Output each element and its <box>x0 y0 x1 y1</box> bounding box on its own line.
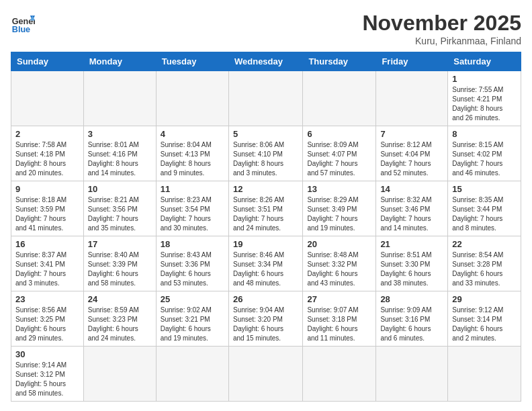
day-info: Sunrise: 8:32 AM Sunset: 3:46 PM Dayligh… <box>380 195 443 233</box>
day-of-week-header: Monday <box>83 52 156 71</box>
day-number: 16 <box>15 239 79 249</box>
day-number: 2 <box>15 129 79 139</box>
day-number: 24 <box>88 294 152 304</box>
calendar-day-cell <box>83 347 156 402</box>
calendar-day-cell: 9Sunrise: 8:18 AM Sunset: 3:59 PM Daylig… <box>11 181 84 236</box>
day-number: 12 <box>233 184 298 194</box>
calendar-day-cell <box>448 347 521 402</box>
calendar-day-cell: 4Sunrise: 8:04 AM Sunset: 4:13 PM Daylig… <box>156 126 228 181</box>
calendar-day-cell: 5Sunrise: 8:06 AM Sunset: 4:10 PM Daylig… <box>228 126 302 181</box>
day-number: 28 <box>380 294 443 304</box>
day-info: Sunrise: 9:07 AM Sunset: 3:18 PM Dayligh… <box>307 306 371 343</box>
day-info: Sunrise: 9:14 AM Sunset: 3:12 PM Dayligh… <box>15 361 79 398</box>
day-number: 4 <box>161 129 224 139</box>
calendar-day-cell <box>11 71 84 126</box>
calendar-day-cell: 10Sunrise: 8:21 AM Sunset: 3:56 PM Dayli… <box>83 181 156 236</box>
day-of-week-header: Thursday <box>303 52 376 71</box>
day-info: Sunrise: 8:29 AM Sunset: 3:49 PM Dayligh… <box>307 195 371 233</box>
day-number: 1 <box>452 74 517 84</box>
day-of-week-header: Wednesday <box>228 52 302 71</box>
calendar-day-cell <box>376 347 448 402</box>
calendar-day-cell <box>228 347 302 402</box>
calendar-day-cell: 29Sunrise: 9:12 AM Sunset: 3:14 PM Dayli… <box>448 291 521 347</box>
calendar-day-cell <box>303 71 376 126</box>
calendar-week-row: 16Sunrise: 8:37 AM Sunset: 3:41 PM Dayli… <box>11 236 521 291</box>
day-info: Sunrise: 8:06 AM Sunset: 4:10 PM Dayligh… <box>233 140 298 178</box>
calendar-day-cell <box>156 71 228 126</box>
calendar-day-cell: 21Sunrise: 8:51 AM Sunset: 3:30 PM Dayli… <box>376 236 448 291</box>
day-info: Sunrise: 7:55 AM Sunset: 4:21 PM Dayligh… <box>452 85 517 123</box>
day-info: Sunrise: 8:51 AM Sunset: 3:30 PM Dayligh… <box>380 250 443 288</box>
calendar-week-row: 9Sunrise: 8:18 AM Sunset: 3:59 PM Daylig… <box>11 181 521 236</box>
day-info: Sunrise: 8:09 AM Sunset: 4:07 PM Dayligh… <box>307 140 371 178</box>
day-info: Sunrise: 8:21 AM Sunset: 3:56 PM Dayligh… <box>88 195 152 233</box>
calendar-week-row: 1Sunrise: 7:55 AM Sunset: 4:21 PM Daylig… <box>11 71 521 126</box>
day-info: Sunrise: 9:02 AM Sunset: 3:21 PM Dayligh… <box>161 306 224 343</box>
day-number: 29 <box>452 294 517 304</box>
day-info: Sunrise: 8:15 AM Sunset: 4:02 PM Dayligh… <box>452 140 517 178</box>
day-of-week-header: Sunday <box>11 52 84 71</box>
day-number: 10 <box>88 184 152 194</box>
calendar-day-cell: 17Sunrise: 8:40 AM Sunset: 3:39 PM Dayli… <box>83 236 156 291</box>
logo-icon: General Blue <box>11 11 35 35</box>
calendar-day-cell: 13Sunrise: 8:29 AM Sunset: 3:49 PM Dayli… <box>303 181 376 236</box>
day-number: 25 <box>161 294 224 304</box>
day-number: 7 <box>380 129 443 139</box>
day-number: 3 <box>88 129 152 139</box>
day-info: Sunrise: 7:58 AM Sunset: 4:18 PM Dayligh… <box>15 140 79 178</box>
day-info: Sunrise: 9:04 AM Sunset: 3:20 PM Dayligh… <box>233 306 298 343</box>
calendar-week-row: 30Sunrise: 9:14 AM Sunset: 3:12 PM Dayli… <box>11 347 521 402</box>
day-number: 26 <box>233 294 298 304</box>
title-block: November 2025 Kuru, Pirkanmaa, Finland <box>362 11 521 46</box>
day-info: Sunrise: 9:12 AM Sunset: 3:14 PM Dayligh… <box>452 306 517 343</box>
day-number: 8 <box>452 129 517 139</box>
day-number: 11 <box>161 184 224 194</box>
calendar-day-cell: 25Sunrise: 9:02 AM Sunset: 3:21 PM Dayli… <box>156 291 228 347</box>
day-info: Sunrise: 8:40 AM Sunset: 3:39 PM Dayligh… <box>88 250 152 288</box>
day-info: Sunrise: 8:35 AM Sunset: 3:44 PM Dayligh… <box>452 195 517 233</box>
day-info: Sunrise: 8:56 AM Sunset: 3:25 PM Dayligh… <box>15 306 79 343</box>
day-number: 18 <box>161 239 224 249</box>
day-number: 13 <box>307 184 371 194</box>
calendar-day-cell: 7Sunrise: 8:12 AM Sunset: 4:04 PM Daylig… <box>376 126 448 181</box>
calendar-day-cell: 23Sunrise: 8:56 AM Sunset: 3:25 PM Dayli… <box>11 291 84 347</box>
calendar-day-cell <box>303 347 376 402</box>
day-info: Sunrise: 8:23 AM Sunset: 3:54 PM Dayligh… <box>161 195 224 233</box>
day-number: 27 <box>307 294 371 304</box>
day-number: 9 <box>15 184 79 194</box>
day-of-week-header: Friday <box>376 52 448 71</box>
day-of-week-header: Saturday <box>448 52 521 71</box>
day-info: Sunrise: 9:09 AM Sunset: 3:16 PM Dayligh… <box>380 306 443 343</box>
calendar-day-cell: 19Sunrise: 8:46 AM Sunset: 3:34 PM Dayli… <box>228 236 302 291</box>
page-header: General Blue November 2025 Kuru, Pirkanm… <box>11 11 521 46</box>
calendar-header-row: SundayMondayTuesdayWednesdayThursdayFrid… <box>11 52 521 71</box>
day-number: 19 <box>233 239 298 249</box>
calendar-day-cell: 20Sunrise: 8:48 AM Sunset: 3:32 PM Dayli… <box>303 236 376 291</box>
calendar-day-cell: 1Sunrise: 7:55 AM Sunset: 4:21 PM Daylig… <box>448 71 521 126</box>
calendar-day-cell: 11Sunrise: 8:23 AM Sunset: 3:54 PM Dayli… <box>156 181 228 236</box>
calendar-day-cell: 22Sunrise: 8:54 AM Sunset: 3:28 PM Dayli… <box>448 236 521 291</box>
day-info: Sunrise: 8:18 AM Sunset: 3:59 PM Dayligh… <box>15 195 79 233</box>
day-info: Sunrise: 8:26 AM Sunset: 3:51 PM Dayligh… <box>233 195 298 233</box>
day-number: 20 <box>307 239 371 249</box>
day-number: 30 <box>15 349 79 359</box>
month-year-title: November 2025 <box>362 11 521 36</box>
day-info: Sunrise: 8:01 AM Sunset: 4:16 PM Dayligh… <box>88 140 152 178</box>
calendar-week-row: 2Sunrise: 7:58 AM Sunset: 4:18 PM Daylig… <box>11 126 521 181</box>
day-info: Sunrise: 8:43 AM Sunset: 3:36 PM Dayligh… <box>161 250 224 288</box>
calendar-day-cell: 18Sunrise: 8:43 AM Sunset: 3:36 PM Dayli… <box>156 236 228 291</box>
calendar-day-cell <box>376 71 448 126</box>
calendar-day-cell: 26Sunrise: 9:04 AM Sunset: 3:20 PM Dayli… <box>228 291 302 347</box>
location-subtitle: Kuru, Pirkanmaa, Finland <box>362 36 521 46</box>
day-of-week-header: Tuesday <box>156 52 228 71</box>
day-info: Sunrise: 8:48 AM Sunset: 3:32 PM Dayligh… <box>307 250 371 288</box>
day-number: 14 <box>380 184 443 194</box>
svg-text:Blue: Blue <box>12 25 30 34</box>
calendar-day-cell: 28Sunrise: 9:09 AM Sunset: 3:16 PM Dayli… <box>376 291 448 347</box>
logo: General Blue <box>11 11 35 35</box>
day-number: 17 <box>88 239 152 249</box>
calendar-day-cell <box>83 71 156 126</box>
calendar-week-row: 23Sunrise: 8:56 AM Sunset: 3:25 PM Dayli… <box>11 291 521 347</box>
day-number: 22 <box>452 239 517 249</box>
calendar-table: SundayMondayTuesdayWednesdayThursdayFrid… <box>11 52 521 402</box>
